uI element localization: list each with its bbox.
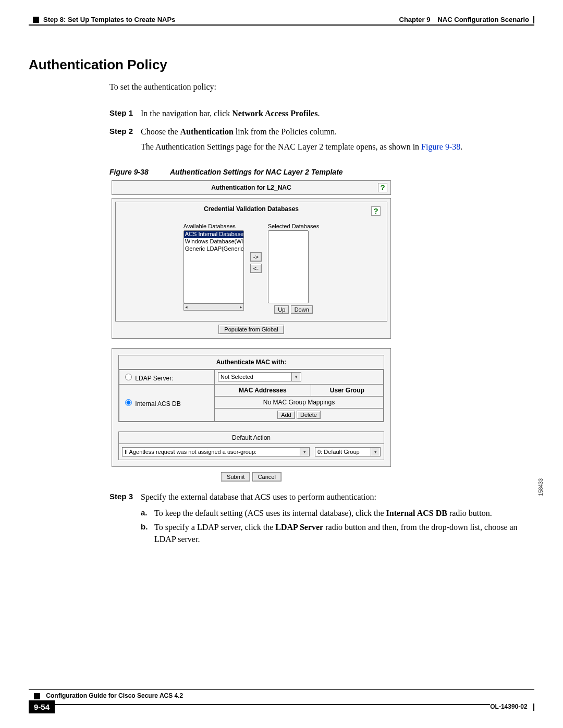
figure-id: 158433 bbox=[538, 478, 544, 496]
agentless-text: If Agentless request was not assigned a … bbox=[125, 449, 256, 455]
submit-button[interactable]: Submit bbox=[221, 472, 250, 482]
step1-content: In the navigation bar, click Network Acc… bbox=[141, 107, 534, 119]
step3a-post: radio button. bbox=[447, 509, 492, 517]
step2-l1-post: link from the Policies column. bbox=[234, 127, 337, 136]
step1-pre: In the navigation bar, click bbox=[141, 109, 232, 118]
default-group-value: 0: Default Group bbox=[317, 449, 360, 455]
help-icon-2[interactable]: ? bbox=[371, 206, 381, 216]
db-option-acs[interactable]: ACS Internal Database bbox=[184, 231, 243, 238]
step3a-bold: Internal ACS DB bbox=[386, 509, 447, 517]
selected-databases-list[interactable] bbox=[268, 230, 309, 303]
internal-radio-label[interactable]: Internal ACS DB bbox=[123, 400, 181, 408]
agentless-dropdown[interactable]: If Agentless request was not assigned a … bbox=[122, 447, 310, 456]
step3b-pre: To specify a LDAP server, click the bbox=[154, 523, 275, 532]
header-rule bbox=[29, 24, 534, 26]
down-button[interactable]: Down bbox=[291, 305, 313, 314]
header-step-title: Step 8: Set Up Templates to Create NAPs bbox=[43, 16, 175, 23]
step3a-content: To keep the default setting (ACS uses it… bbox=[154, 507, 492, 519]
move-right-button[interactable]: -> bbox=[250, 252, 262, 262]
figure-label: Figure 9-38 bbox=[109, 168, 149, 176]
section-heading: Authentication Policy bbox=[29, 57, 534, 73]
step2-l2-pre: The Authentication Settings page for the… bbox=[141, 142, 421, 151]
figure-caption-text: Authentication Settings for NAC Layer 2 … bbox=[170, 168, 343, 176]
dialog-title: Authentication for L2_NAC bbox=[211, 184, 291, 191]
header-chapter-title: NAC Configuration Scenario bbox=[437, 16, 529, 23]
intro-text: To set the authentication policy: bbox=[109, 82, 534, 92]
ldap-dropdown-value: Not Selected bbox=[221, 374, 253, 380]
internal-acs-radio[interactable] bbox=[125, 399, 132, 406]
add-button[interactable]: Add bbox=[277, 411, 295, 419]
cancel-button[interactable]: Cancel bbox=[252, 472, 282, 482]
step2-content: Choose the Authentication link from the … bbox=[141, 126, 534, 153]
header-chapter: Chapter 9 bbox=[399, 16, 431, 23]
selected-db-label: Selected Databases bbox=[268, 223, 319, 229]
step3-label: Step 3 bbox=[109, 491, 141, 546]
cred-title: Credential Validation Databases bbox=[204, 205, 299, 213]
ldap-radio-label[interactable]: LDAP Server: bbox=[123, 375, 174, 382]
footer-docnum: OL-14390-02 bbox=[490, 703, 527, 710]
step3b-bold: LDAP Server bbox=[275, 523, 323, 532]
available-db-label: Available Databases bbox=[183, 223, 244, 229]
footer-marker bbox=[34, 693, 40, 699]
available-hscroll[interactable]: ◂▸ bbox=[183, 303, 244, 311]
step1-bold: Network Access Profiles bbox=[232, 109, 317, 118]
step3a-pre: To keep the default setting (ACS uses it… bbox=[154, 509, 386, 517]
step2-l1-pre: Choose the bbox=[141, 127, 180, 136]
auth-mac-title: Authenticate MAC with: bbox=[216, 359, 287, 366]
step3-text: Specify the external database that ACS u… bbox=[141, 491, 534, 503]
step1-label: Step 1 bbox=[109, 107, 141, 119]
help-icon[interactable]: ? bbox=[378, 183, 387, 192]
header-marker-left bbox=[33, 17, 39, 23]
step2-label: Step 2 bbox=[109, 126, 141, 153]
step1-post: . bbox=[317, 109, 320, 118]
db-option-windows[interactable]: Windows Database(Windo bbox=[184, 238, 243, 245]
default-action-title: Default Action bbox=[119, 432, 384, 444]
mac-addresses-header: MAC Addresses bbox=[215, 385, 311, 397]
step2-l1-bold: Authentication bbox=[180, 127, 234, 136]
dialog-title-bar: Authentication for L2_NAC ? bbox=[112, 181, 390, 194]
move-left-button[interactable]: <- bbox=[250, 264, 262, 273]
step3b-label: b. bbox=[141, 521, 154, 545]
delete-button[interactable]: Delete bbox=[297, 411, 321, 419]
step2-l2-post: . bbox=[460, 142, 462, 151]
up-button[interactable]: Up bbox=[274, 305, 289, 314]
ldap-server-text: LDAP Server: bbox=[135, 375, 173, 382]
db-option-ldap[interactable]: Generic LDAP(Generic LI bbox=[184, 245, 243, 253]
available-databases-list[interactable]: ACS Internal Database Windows Database(W… bbox=[183, 230, 244, 303]
no-mappings-text: No MAC Group Mappings bbox=[215, 396, 383, 408]
internal-acs-text: Internal ACS DB bbox=[135, 400, 180, 408]
step3a-label: a. bbox=[141, 507, 154, 519]
ldap-server-radio[interactable] bbox=[125, 374, 132, 380]
populate-button[interactable]: Populate from Global bbox=[218, 325, 284, 334]
figure-link[interactable]: Figure 9-38 bbox=[421, 142, 460, 151]
footer-rule-marker bbox=[533, 704, 534, 711]
header-rule-right bbox=[533, 16, 534, 23]
page-number: 9-54 bbox=[29, 700, 55, 713]
footer-guide-title: Configuration Guide for Cisco Secure ACS… bbox=[46, 692, 183, 699]
default-group-dropdown[interactable]: 0: Default Group bbox=[315, 447, 381, 456]
user-group-header: User Group bbox=[311, 385, 383, 397]
step3b-content: To specify a LDAP server, click the LDAP… bbox=[154, 521, 534, 545]
ldap-server-dropdown[interactable]: Not Selected bbox=[218, 372, 301, 381]
